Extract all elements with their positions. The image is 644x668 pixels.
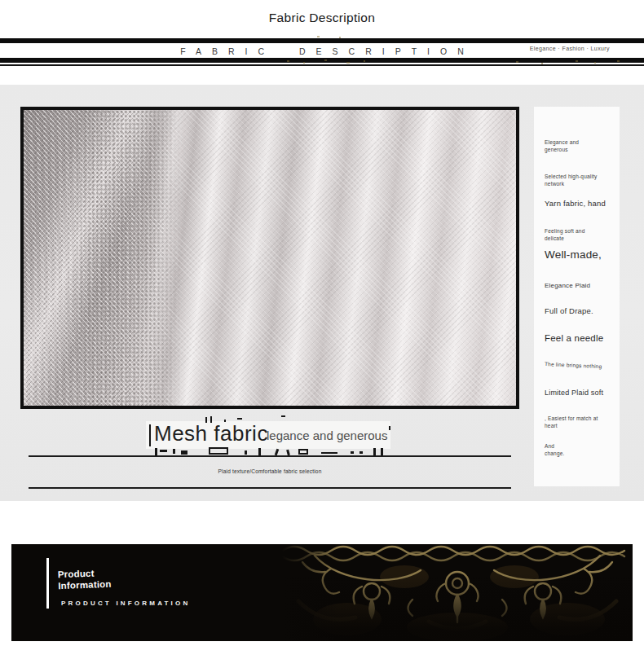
caption-overlap-text: legance and generous — [267, 428, 387, 442]
mesh-texture-dots — [63, 110, 181, 406]
damask-fade-overlay — [282, 544, 633, 641]
banner-accent-bar — [46, 558, 49, 609]
gold-speck — [516, 61, 518, 63]
banner-title-line1: Product — [58, 569, 95, 580]
header-band: FABRIC DESCRIPTION Elegance · Fashion · … — [0, 43, 644, 58]
feature-panel: Elegance and generous Selected high-qual… — [534, 107, 620, 486]
gold-speck — [346, 62, 350, 64]
banner-subtitle: PRODUCT INFORMATION — [61, 600, 190, 607]
glyph-fragment — [237, 418, 242, 420]
gold-speck — [317, 36, 320, 37]
glyph-fragment — [381, 448, 383, 455]
glyph-fragment — [210, 416, 212, 423]
feature-item: Well-made, — [545, 248, 602, 263]
gold-speck — [339, 37, 341, 38]
headline-caret — [149, 424, 151, 446]
glyph-fragment — [351, 451, 354, 454]
glyph-fragment — [181, 450, 187, 455]
glyph-fragment — [389, 426, 390, 430]
gold-speck — [364, 60, 365, 62]
feature-item: The line brings nothing — [545, 360, 616, 371]
header-thin-bar — [0, 64, 644, 66]
glyph-fragment — [373, 448, 376, 455]
header-mid-bar — [0, 58, 644, 63]
fabric-photo — [24, 110, 516, 406]
glyph-fragment — [173, 449, 175, 454]
gold-speck — [324, 59, 327, 61]
feature-item: Yarn fabric, hand — [545, 198, 606, 209]
gold-speck — [287, 60, 289, 62]
glyph-fragment — [209, 447, 228, 455]
glyph-fragment — [155, 448, 157, 455]
banner-title: Product Information — [58, 568, 112, 591]
header-tagline: Elegance · Fashion · Luxury — [530, 46, 610, 51]
glyph-fragment — [160, 450, 167, 452]
caption-subtext: Plaid texture/Comfortable fabric selecti… — [29, 468, 511, 474]
page-title: Fabric Description — [0, 11, 644, 25]
main-section: Elegance and generous Selected high-qual… — [0, 85, 644, 501]
feature-item: Limited Plaid soft — [545, 388, 603, 398]
feature-item: Feel a needle — [545, 332, 603, 345]
feature-item: Selected high-quality network — [545, 173, 610, 187]
glyph-fragment — [245, 450, 247, 455]
gold-speck — [576, 60, 578, 62]
feature-item: Elegance and generous — [545, 138, 590, 153]
gold-speck — [541, 63, 543, 64]
glyph-fragment — [298, 449, 308, 455]
caption-divider-bottom — [29, 487, 511, 489]
product-info-banner: Product Information PRODUCT INFORMATION — [11, 544, 633, 641]
banner-title-line2: Information — [58, 578, 112, 590]
glyph-fragment — [321, 452, 337, 454]
fabric-description-page: Fabric Description FABRIC DESCRIPTION El… — [0, 0, 644, 668]
feature-item: Elegance Plaid — [545, 281, 590, 290]
feature-item: Feeling soft and delicate — [545, 227, 595, 242]
feature-item: Full of Drape. — [545, 305, 593, 316]
caption-headline: Mesh fabric — [154, 421, 268, 446]
glyph-fragment — [205, 417, 207, 423]
glyph-fragment — [258, 448, 261, 455]
glyph-fragment — [281, 415, 285, 417]
feature-item: , Easiest for match at heart — [545, 415, 610, 429]
feature-item: And change. — [545, 442, 574, 457]
gold-speck — [303, 62, 305, 64]
glyph-fragment — [224, 420, 226, 422]
gold-speck — [617, 60, 620, 62]
gold-speck — [594, 62, 596, 64]
caption-divider-top — [29, 455, 511, 457]
glyph-fragment — [359, 451, 363, 454]
glyph-fragment — [275, 449, 280, 456]
fabric-photo-frame — [20, 107, 519, 409]
